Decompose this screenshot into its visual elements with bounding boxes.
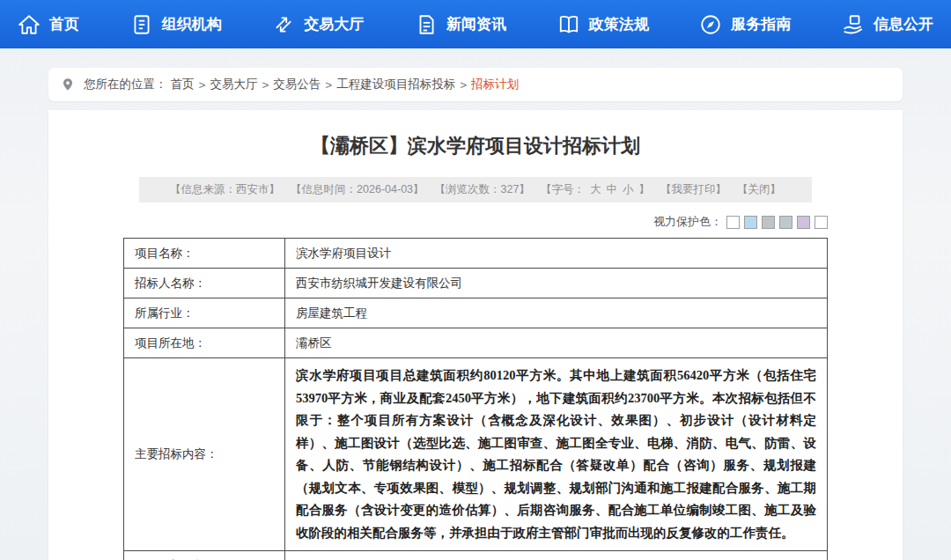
breadcrumb-prefix: 您所在的位置： bbox=[84, 77, 167, 92]
table-label: 招标人名称： bbox=[124, 269, 285, 298]
news-icon bbox=[415, 13, 438, 36]
home-icon bbox=[18, 13, 41, 36]
nav-label: 信息公开 bbox=[874, 14, 933, 34]
meta-source: 【信息来源：西安市】 bbox=[170, 182, 280, 197]
info-disclosure-icon bbox=[842, 13, 865, 36]
trade-hall-icon bbox=[272, 13, 295, 36]
color-swatch-2[interactable] bbox=[744, 216, 757, 229]
font-size-small-button[interactable]: 小 bbox=[623, 182, 634, 197]
service-guide-compass-icon bbox=[699, 13, 722, 36]
table-value: 西安市纺织城开发建设有限公司 bbox=[285, 269, 828, 298]
font-size-controls: 【字号： 大 中 小 】 bbox=[541, 182, 650, 197]
nav-item-info-disclosure[interactable]: 信息公开 bbox=[837, 13, 939, 36]
article-meta-bar: 【信息来源：西安市】 【信息时间：2026-04-03】 【浏览次数：327】 … bbox=[139, 177, 812, 203]
eye-protect-label: 视力保护色： bbox=[653, 214, 722, 230]
table-label: 项目名称： bbox=[124, 239, 285, 269]
breadcrumb-link-trade-hall[interactable]: 交易大厅 bbox=[210, 77, 257, 92]
table-row-main-content: 主要招标内容： 滨水学府项目项目总建筑面积约80120平方米。其中地上建筑面积5… bbox=[124, 358, 828, 551]
breadcrumb-current-bid-plan[interactable]: 招标计划 bbox=[471, 77, 519, 92]
close-button[interactable]: 【关闭】 bbox=[737, 182, 781, 197]
table-value-main-content: 滨水学府项目项目总建筑面积约80120平方米。其中地上建筑面积56420平方米（… bbox=[285, 358, 828, 551]
table-value: 360 bbox=[285, 551, 828, 560]
table-row-project-name: 项目名称： 滨水学府项目设计 bbox=[124, 239, 828, 269]
breadcrumb-separator: > bbox=[460, 78, 467, 92]
font-size-medium-button[interactable]: 中 bbox=[606, 182, 617, 197]
font-size-label: 【字号： bbox=[541, 182, 585, 197]
table-label: 估算总投资额(万元)： bbox=[124, 551, 285, 560]
table-label: 所属行业： bbox=[124, 298, 285, 328]
table-row-investment: 估算总投资额(万元)： 360 bbox=[124, 551, 828, 560]
breadcrumb-separator: > bbox=[262, 78, 269, 92]
policy-book-icon bbox=[557, 13, 580, 36]
color-swatch-4[interactable] bbox=[779, 216, 792, 229]
meta-time: 【信息时间：2026-04-03】 bbox=[291, 182, 424, 197]
nav-label: 新闻资讯 bbox=[446, 14, 506, 34]
color-swatch-6[interactable] bbox=[815, 216, 828, 229]
color-swatch-5[interactable] bbox=[797, 216, 810, 229]
table-value: 房屋建筑工程 bbox=[285, 298, 828, 328]
nav-label: 服务指南 bbox=[731, 14, 791, 34]
table-label: 项目所在地： bbox=[124, 328, 285, 358]
table-row-tenderer-name: 招标人名称： 西安市纺织城开发建设有限公司 bbox=[124, 269, 828, 298]
page-title: 【灞桥区】滨水学府项目设计招标计划 bbox=[48, 133, 903, 159]
print-button[interactable]: 【我要打印】 bbox=[660, 182, 726, 197]
nav-item-news[interactable]: 新闻资讯 bbox=[409, 13, 512, 36]
info-table: 项目名称： 滨水学府项目设计 招标人名称： 西安市纺织城开发建设有限公司 所属行… bbox=[123, 238, 828, 560]
nav-label: 政策法规 bbox=[589, 14, 649, 34]
location-pin-icon bbox=[61, 77, 75, 92]
breadcrumb-separator: > bbox=[325, 78, 332, 92]
top-navigation: 首页 组织机构 交易大厅 新闻资讯 政策法规 服务指南 信息公开 bbox=[0, 0, 951, 48]
nav-label: 首页 bbox=[49, 14, 79, 34]
meta-views: 【浏览次数：327】 bbox=[435, 182, 530, 197]
nav-label: 组织机构 bbox=[162, 14, 222, 34]
color-swatch-1[interactable] bbox=[726, 216, 740, 229]
font-size-large-button[interactable]: 大 bbox=[590, 182, 601, 197]
nav-item-trade-hall[interactable]: 交易大厅 bbox=[267, 13, 369, 36]
breadcrumb-separator: > bbox=[199, 78, 206, 92]
breadcrumb: 您所在的位置： 首页 > 交易大厅 > 交易公告 > 工程建设项目招标投标 > … bbox=[48, 68, 903, 101]
font-size-label-close: 】 bbox=[638, 182, 650, 197]
organization-icon bbox=[130, 13, 153, 36]
table-row-location: 项目所在地： 灞桥区 bbox=[124, 328, 828, 358]
breadcrumb-link-construction-bidding[interactable]: 工程建设项目招标投标 bbox=[336, 77, 455, 92]
table-value: 滨水学府项目设计 bbox=[285, 239, 828, 269]
color-swatch-3[interactable] bbox=[762, 216, 775, 229]
nav-item-policy[interactable]: 政策法规 bbox=[552, 13, 654, 36]
article-card: 【灞桥区】滨水学府项目设计招标计划 【信息来源：西安市】 【信息时间：2026-… bbox=[48, 110, 903, 560]
table-row-industry: 所属行业： 房屋建筑工程 bbox=[124, 298, 828, 328]
eye-protect-row: 视力保护色： bbox=[123, 214, 828, 230]
nav-label: 交易大厅 bbox=[304, 14, 364, 34]
nav-item-service-guide[interactable]: 服务指南 bbox=[694, 13, 796, 36]
breadcrumb-link-home[interactable]: 首页 bbox=[171, 77, 195, 92]
nav-item-home[interactable]: 首页 bbox=[12, 13, 85, 36]
table-label: 主要招标内容： bbox=[124, 358, 285, 551]
nav-item-organization[interactable]: 组织机构 bbox=[125, 13, 227, 36]
table-value: 灞桥区 bbox=[285, 328, 828, 358]
breadcrumb-link-trade-notice[interactable]: 交易公告 bbox=[273, 77, 321, 92]
